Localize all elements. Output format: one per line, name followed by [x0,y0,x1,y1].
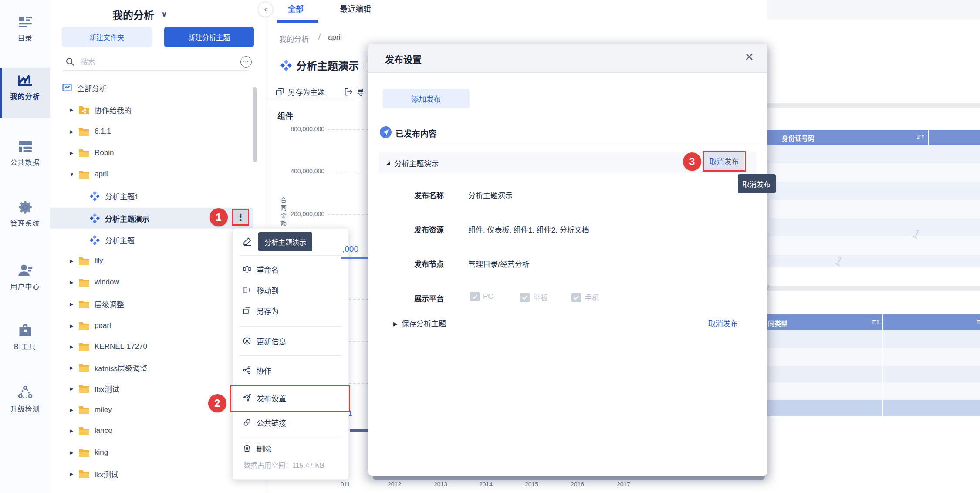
save-theme-row[interactable]: 保存分析主题 [402,317,446,328]
expand-arrow-icon[interactable]: ▶ [70,129,75,135]
tree-row-2[interactable]: ▶6.1.1 [50,121,253,142]
table-row[interactable] [767,145,980,163]
expand-arrow-icon[interactable]: ▶ [70,471,75,477]
tree-row-all-analysis[interactable]: 全部分析 [50,78,253,98]
breadcrumb-current[interactable]: april [328,33,342,42]
sidebar-item-user-center[interactable]: 用户中心 [0,263,50,291]
expand-arrow-icon[interactable]: ▶ [70,365,75,371]
publish-settings-modal: 发布设置 ✕ 添加发布 已发布内容 ◢ 分析主题演示 取消发布 发布名称分析主题… [368,44,767,476]
new-folder-button[interactable]: 新建文件夹 [62,27,152,47]
x-axis-tick: 2013 [434,481,447,488]
tree-row-16[interactable]: ▶lance [50,420,253,441]
table1-sort-icon[interactable] [916,133,925,142]
export-icon [344,87,353,97]
row-actions-button[interactable]: ⋮ [232,209,249,226]
expand-arrow-icon[interactable]: ▶ [70,150,75,156]
platform-checkbox-平板[interactable]: 平板 [520,292,548,303]
table-row[interactable] [767,163,980,182]
tree-more-icon[interactable]: ⋯ [240,56,252,68]
menu-item-saveas[interactable]: 另存为 [233,303,348,318]
expand-arrow-icon[interactable]: ▶ [70,344,75,350]
tree-row-13[interactable]: ▶katniss层级调整 [50,357,253,378]
modal-title: 发布设置 [385,52,422,65]
tree-row-4[interactable]: ▼april [50,164,253,185]
platform-checkbox-PC[interactable]: PC [470,292,493,301]
menu-item-move[interactable]: 移动到 [233,282,348,298]
expand-arrow-icon[interactable]: ▶ [70,407,75,413]
tab-all[interactable]: 全部 [288,3,304,14]
expand-arrow-icon[interactable]: ▶ [70,301,75,307]
table-row[interactable] [767,382,980,400]
table-row[interactable] [767,200,980,218]
close-icon[interactable]: ✕ [744,51,754,64]
table2-sort-icon[interactable] [872,318,880,327]
tree-row-1[interactable]: ▶协作给我的 [50,99,253,120]
table-row[interactable] [767,236,980,255]
table2-sort-icon-right[interactable] [977,318,980,327]
tree-scrollbar[interactable] [253,87,257,162]
sidebar-item-catalog[interactable]: 目录 [0,14,50,43]
expand-arrow-icon[interactable]: ▼ [70,172,75,177]
search-input[interactable] [80,55,225,70]
tab-recent-edit[interactable]: 最近编辑 [340,3,371,14]
tree-row-11[interactable]: ▶pearl [50,315,253,336]
menu-item-rename[interactable]: 重命名 [233,261,348,277]
collab-icon [243,366,251,375]
delete-icon [243,444,251,452]
sidebar-item-admin-system[interactable]: 管理系统 [0,199,50,228]
save-theme-caret[interactable]: ▶ [393,321,398,327]
table-row[interactable] [767,182,980,200]
menu-item-collab[interactable]: 协作 [233,362,348,378]
table-row[interactable] [767,400,980,416]
table-row[interactable] [767,366,980,382]
menu-item-update[interactable]: 更新信息 [233,333,348,349]
expand-arrow-icon[interactable]: ▶ [70,386,75,392]
table-row[interactable] [767,255,980,267]
tree-row-8[interactable]: ▶lily [50,250,253,271]
expand-arrow-icon[interactable]: ▶ [70,450,75,456]
menu-item-label: 移动到 [257,285,279,296]
table2-header[interactable]: 同类型 [767,314,980,330]
app-root: 全部 最近编辑 我的分析 / april 分析主题演示 另存为主题 导 组件 6… [0,0,980,493]
expand-arrow-icon[interactable]: ▶ [70,428,75,434]
add-publish-button[interactable]: 添加发布 [383,89,470,108]
entry-expand-caret[interactable]: ◢ [386,160,390,166]
tree-row-17[interactable]: ▶king [50,442,253,463]
export-label: 导 [357,86,364,97]
tree-row-12[interactable]: ▶KERNEL-17270 [50,336,253,357]
table-row[interactable] [767,218,980,236]
tree-row-label: miley [95,405,112,414]
modal-header: 发布设置 ✕ [368,44,767,73]
new-theme-button[interactable]: 新建分析主题 [164,27,254,47]
expand-arrow-icon[interactable]: ▶ [70,323,75,329]
platform-checkbox-手机[interactable]: 手机 [571,292,599,303]
tree-row-7[interactable]: 分析主题 [50,230,253,250]
expand-arrow-icon[interactable]: ▶ [70,107,75,113]
sidebar-item-bi-tools[interactable]: BI工具 [0,323,50,351]
collapse-panel-button[interactable]: ‹ [258,2,273,17]
tree-panel-title[interactable]: 我的分析 [112,7,154,22]
sidebar-item-my-analysis[interactable]: 我的分析 [0,72,50,101]
save-as-theme-button[interactable]: 另存为主题 [275,86,325,97]
expand-arrow-icon[interactable]: ▶ [70,280,75,285]
expand-arrow-icon[interactable]: ▶ [70,258,75,264]
cancel-publish-tooltip: 取消发布 [738,174,776,193]
breadcrumb-root[interactable]: 我的分析 [279,33,309,44]
sidebar-item-upgrade-check[interactable]: 升级检测 [0,385,50,414]
tree-row-9[interactable]: ▶window [50,272,253,293]
tree-row-10[interactable]: ▶层级调整 [50,294,253,314]
menu-item-link[interactable]: 公共链接 [233,415,348,430]
menu-item-delete[interactable]: 删除 [233,440,348,456]
export-button[interactable]: 导 [344,86,364,97]
cancel-publish-link[interactable]: 取消发布 [708,317,738,328]
table-row[interactable] [767,330,980,348]
table-row[interactable] [767,348,980,366]
sidebar-item-public-data[interactable]: 公共数据 [0,138,50,167]
tree-row-18[interactable]: ▶lkx测试 [50,463,253,484]
tree-row-5[interactable]: 分析主题1 [50,186,253,206]
chevron-down-icon[interactable]: ∨ [161,10,167,19]
tree-row-3[interactable]: ▶Robin [50,142,253,163]
annotation-badge-1: 1 [210,208,228,226]
platforms-label: 展示平台 [414,293,444,304]
table1-header[interactable]: 身份证号码 [767,130,980,145]
